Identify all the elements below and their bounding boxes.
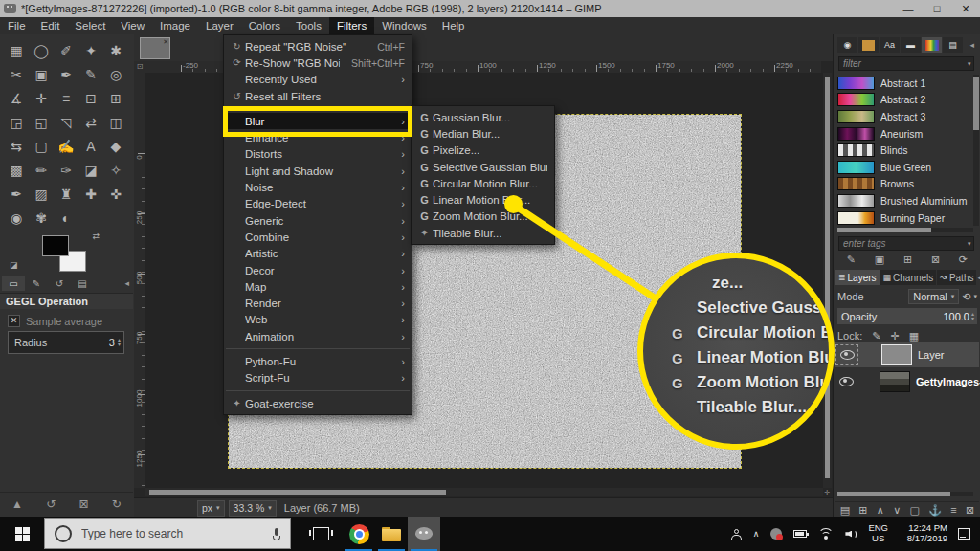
minimize-button[interactable]: — <box>894 0 923 17</box>
radius-spin-arrows[interactable]: ▴▾ <box>118 338 123 347</box>
maximize-button[interactable]: □ <box>923 0 951 17</box>
default-colors-icon[interactable]: ◪ <box>10 260 18 270</box>
gradient-item-burning-paper[interactable]: Burning Paper <box>837 209 971 226</box>
fuzzy-select-tool[interactable]: ✦ <box>78 38 103 62</box>
gradient-filter-input[interactable] <box>838 56 974 71</box>
gimp-taskbar-button[interactable] <box>408 517 440 551</box>
select-by-color-tool[interactable]: ✱ <box>103 38 128 62</box>
new-layer-icon[interactable]: ▤ <box>840 504 850 517</box>
scrollbar-thumb[interactable] <box>973 77 979 130</box>
antivirus-tray-button[interactable] <box>770 528 782 540</box>
filters-menu-item-python-fu[interactable]: Python-Fu› <box>224 353 412 369</box>
filters-menu-item-repeat-rgb-noise[interactable]: ↻Repeat "RGB Noise"Ctrl+F <box>224 38 412 55</box>
menu-colors[interactable]: Colors <box>241 17 288 34</box>
duplicate-item-icon[interactable]: ⊞ <box>903 253 912 266</box>
volume-tray-button[interactable] <box>845 529 858 540</box>
menu-view[interactable]: View <box>113 17 152 34</box>
unit-select[interactable]: px ▾ <box>197 500 225 517</box>
scrollbar-thumb[interactable] <box>825 77 830 478</box>
filters-menu-item-re-show-rgb-noise[interactable]: ⟳Re-Show "RGB Noise"Shift+Ctrl+F <box>224 55 412 71</box>
filters-menu-item-enhance[interactable]: Enhance› <box>224 129 412 145</box>
lower-layer-icon[interactable]: ∨ <box>893 504 901 517</box>
refresh-list-icon[interactable]: ⟳ <box>959 253 968 266</box>
heal-tool[interactable]: ✚ <box>78 182 103 206</box>
lock-pixels-icon[interactable]: ✎ <box>872 330 880 342</box>
mode-select[interactable]: Normal ▾ <box>908 289 959 304</box>
rectangle-select-tool[interactable]: ▦ <box>4 38 29 62</box>
menu-tools[interactable]: Tools <box>288 17 329 34</box>
paintbrush-tool[interactable]: ✑ <box>54 158 78 182</box>
mode-reset-icon[interactable]: ⟲ <box>962 291 970 303</box>
images-tab[interactable]: ▤ <box>71 276 94 291</box>
radius-value[interactable]: 3 <box>109 337 118 348</box>
explorer-taskbar-button[interactable] <box>375 517 408 551</box>
chevron-down-icon[interactable]: ▾ <box>968 60 971 68</box>
gradient-tool[interactable]: ◆ <box>103 134 128 158</box>
scrollbar-thumb[interactable] <box>149 490 446 495</box>
menu-image[interactable]: Image <box>152 17 198 34</box>
delete-tool-preset-icon[interactable]: ⊠ <box>79 497 89 511</box>
blur-sharpen-tool[interactable]: ◉ <box>4 206 29 230</box>
unified-transform-tool[interactable]: ⊞ <box>103 86 128 110</box>
filters-menu-item-goat-exercise[interactable]: ✦Goat-exercise <box>224 395 412 411</box>
reset-tool-options-icon[interactable]: ↻ <box>112 497 122 511</box>
gradient-list-hscrollbar[interactable] <box>837 228 973 232</box>
zoom-select[interactable]: 33.3 % ▾ <box>229 500 277 517</box>
tab-layers[interactable]: ≣Layers <box>835 270 880 285</box>
search-input[interactable] <box>79 526 273 541</box>
gradient-item-abstract-3[interactable]: Abstract 3 <box>837 108 971 125</box>
gradient-item-abstract-1[interactable]: Abstract 1 <box>837 75 971 92</box>
gradient-list-scrollbar[interactable] <box>973 75 979 226</box>
mypaint-brush-tool[interactable]: ▨ <box>29 182 54 206</box>
airbrush-tool[interactable]: ✧ <box>103 158 128 182</box>
device-status-tab[interactable]: ✎ <box>25 276 48 291</box>
undo-history-tab[interactable]: ↺ <box>48 276 71 291</box>
clone-tool[interactable]: ♜ <box>54 182 78 206</box>
move-tool[interactable]: ✛ <box>29 86 54 110</box>
hidden-icons-chevron[interactable]: ∧ <box>753 529 760 539</box>
patterns-tab[interactable] <box>858 37 879 53</box>
chevron-down-icon[interactable]: ▾ <box>973 293 977 300</box>
eraser-tool[interactable]: ◪ <box>78 158 103 182</box>
filters-menu-item-light-and-shadow[interactable]: Light and Shadow› <box>224 163 412 179</box>
foreground-color-swatch[interactable] <box>42 235 69 256</box>
dock-menu-icon[interactable]: ◂ <box>969 40 977 50</box>
filters-menu-item-blur[interactable]: Blur› <box>224 113 412 129</box>
image-tab-thumbnail[interactable]: ✕ <box>140 37 170 59</box>
language-indicator[interactable]: ENG US <box>868 523 888 544</box>
menu-select[interactable]: Select <box>67 17 113 34</box>
delete-layer-icon[interactable]: ⊠ <box>966 504 974 517</box>
blur-submenu-item-linear-motion-blur[interactable]: GLinear Motion Blur... <box>412 191 554 208</box>
ink-tool[interactable]: ✒ <box>4 182 29 206</box>
ellipse-select-tool[interactable]: ◯ <box>29 38 54 62</box>
start-button[interactable] <box>0 517 44 551</box>
layer-thumbnail[interactable] <box>881 344 912 365</box>
rotate-tool[interactable]: ◲ <box>4 110 29 134</box>
warp-transform-tool[interactable]: ✍ <box>54 134 78 158</box>
gradient-item-blue-green[interactable]: Blue Green <box>837 159 971 176</box>
people-button[interactable] <box>731 529 742 540</box>
chevron-down-icon[interactable]: ▾ <box>968 240 971 248</box>
restore-tool-preset-icon[interactable]: ↺ <box>46 497 56 511</box>
dock-menu-icon[interactable]: ◂ <box>124 278 132 288</box>
canvas-horizontal-scrollbar[interactable] <box>145 488 823 496</box>
brushes-tab[interactable]: ◉ <box>837 37 858 53</box>
flip-tool[interactable]: ⇄ <box>78 110 103 134</box>
new-item-icon[interactable]: ▣ <box>875 253 884 266</box>
paths-tool[interactable]: ✒ <box>54 62 78 86</box>
align-tool[interactable]: ≡ <box>54 86 78 110</box>
3d-transform-tool[interactable]: ⇆ <box>4 134 29 158</box>
blur-submenu-item-tileable-blur[interactable]: ✦Tileable Blur... <box>412 225 554 241</box>
blur-submenu-item-median-blur[interactable]: GMedian Blur... <box>412 125 554 142</box>
gradients-tab[interactable] <box>922 37 942 53</box>
menu-edit[interactable]: Edit <box>33 17 68 34</box>
shear-tool[interactable]: ◹ <box>54 110 78 134</box>
filters-menu-item-render[interactable]: Render› <box>224 295 412 311</box>
layer-name[interactable]: GettyImages- <box>916 376 980 387</box>
image-tab-close-icon[interactable]: ✕ <box>163 38 168 46</box>
clock[interactable]: 12:24 PM 8/17/2019 <box>898 523 947 544</box>
filters-menu-item-generic[interactable]: Generic› <box>224 212 412 229</box>
layers-scrollbar[interactable] <box>837 492 973 496</box>
layer-row-gettyimages[interactable]: GettyImages- <box>835 369 979 394</box>
tab-paths[interactable]: ↝Paths <box>937 270 976 285</box>
